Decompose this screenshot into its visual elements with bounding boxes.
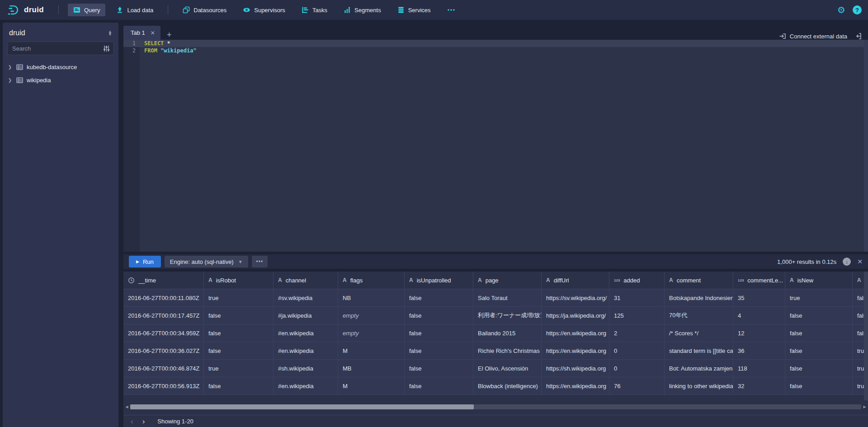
tree-item-wikipedia[interactable]: ❯wikipedia bbox=[3, 74, 118, 87]
table-cell[interactable]: false bbox=[785, 377, 853, 394]
table-cell[interactable]: /* Scores */ bbox=[665, 324, 733, 342]
nav-item-services[interactable]: Services bbox=[392, 4, 436, 16]
table-cell[interactable]: 32 bbox=[733, 377, 785, 394]
table-cell[interactable]: false bbox=[405, 307, 473, 324]
table-cell[interactable]: 2 bbox=[609, 324, 665, 342]
table-cell[interactable]: linking to other wikipedia bbox=[665, 377, 733, 394]
table-cell[interactable]: false bbox=[405, 289, 473, 306]
table-cell[interactable]: false bbox=[785, 342, 853, 359]
table-cell[interactable]: https://en.wikipedia.org bbox=[542, 342, 609, 359]
connect-external-data-button[interactable]: Connect external data bbox=[779, 33, 847, 40]
nav-item-segments[interactable]: Segments bbox=[338, 4, 387, 16]
table-cell[interactable]: https://sh.wikipedia.org bbox=[542, 360, 609, 377]
table-cell[interactable]: false bbox=[405, 324, 473, 342]
table-cell[interactable]: false bbox=[785, 307, 853, 324]
nav-item-more[interactable] bbox=[442, 4, 461, 16]
table-cell[interactable]: true bbox=[204, 360, 274, 377]
table-cell[interactable]: Blowback (intelligence) bbox=[473, 377, 542, 394]
engine-select-button[interactable]: Engine: auto (sql-native) ▼ bbox=[165, 256, 248, 267]
table-cell[interactable]: false bbox=[204, 307, 274, 324]
table-cell[interactable]: #sh.wikipedia bbox=[274, 360, 338, 377]
table-cell[interactable]: 0 bbox=[609, 342, 665, 359]
table-cell[interactable]: 2016-06-27T00:00:56.913Z bbox=[123, 377, 204, 394]
tab-close-icon[interactable]: ✕ bbox=[151, 30, 155, 36]
sql-editor[interactable]: 12 SELECT *FROM "wikipedia" bbox=[123, 40, 868, 252]
table-cell[interactable]: Richie Rich's Christmas W bbox=[473, 342, 542, 359]
table-cell[interactable]: #sv.wikipedia bbox=[274, 289, 338, 306]
column-header-channel[interactable]: Achannel bbox=[274, 272, 338, 289]
table-cell[interactable]: 12 bbox=[733, 324, 785, 342]
horizontal-scroll-track[interactable] bbox=[130, 404, 861, 409]
table-cell[interactable]: https://en.wikipedia.org bbox=[542, 377, 609, 394]
table-cell[interactable]: 2016-06-27T00:00:17.457Z bbox=[123, 307, 204, 324]
table-cell[interactable]: false bbox=[785, 360, 853, 377]
table-cell[interactable]: 4 bbox=[733, 307, 785, 324]
table-cell[interactable]: 2016-06-27T00:00:46.874Z bbox=[123, 360, 204, 377]
table-cell[interactable]: https://en.wikipedia.org bbox=[542, 324, 609, 342]
table-cell[interactable]: true bbox=[204, 289, 274, 306]
table-cell[interactable]: MB bbox=[338, 360, 405, 377]
settings-gear-icon[interactable]: ⚙ bbox=[837, 5, 845, 14]
table-cell[interactable]: empty bbox=[338, 307, 405, 324]
table-cell[interactable]: https://ja.wikipedia.org/ bbox=[542, 307, 609, 324]
table-cell[interactable]: Bailando 2015 bbox=[473, 324, 542, 342]
column-header-isNew[interactable]: AisNew bbox=[785, 272, 853, 289]
code-line[interactable]: FROM "wikipedia" bbox=[140, 47, 864, 54]
results-vertical-scrollbar[interactable] bbox=[864, 272, 868, 400]
table-cell[interactable]: false bbox=[204, 324, 274, 342]
nav-item-load-data[interactable]: Load data bbox=[111, 4, 159, 16]
table-cell[interactable]: empty bbox=[338, 324, 405, 342]
druid-logo[interactable]: druid bbox=[6, 3, 44, 17]
table-cell[interactable]: 2016-06-27T00:00:11.080Z bbox=[123, 289, 204, 306]
table-cell[interactable]: #ja.wikipedia bbox=[274, 307, 338, 324]
column-header-commentLe...[interactable]: 123commentLe... bbox=[733, 272, 785, 289]
column-header-comment[interactable]: Acomment bbox=[665, 272, 733, 289]
table-cell[interactable]: #en.wikipedia bbox=[274, 377, 338, 394]
table-cell[interactable]: 70年代 bbox=[665, 307, 733, 324]
help-icon[interactable]: ? bbox=[853, 5, 862, 14]
horizontal-scroll-thumb[interactable] bbox=[130, 404, 474, 409]
table-cell[interactable]: #en.wikipedia bbox=[274, 342, 338, 359]
code-line[interactable]: SELECT * bbox=[140, 40, 864, 47]
editor-code-area[interactable]: SELECT *FROM "wikipedia" bbox=[140, 40, 864, 252]
column-header-diffUrl[interactable]: AdiffUrl bbox=[542, 272, 609, 289]
column-header-page[interactable]: Apage bbox=[473, 272, 542, 289]
table-cell[interactable]: NB bbox=[338, 289, 405, 306]
new-tab-button[interactable]: + bbox=[160, 30, 178, 40]
table-cell[interactable]: https://sv.wikipedia.org/ bbox=[542, 289, 609, 306]
sort-caret-icon[interactable]: ▲▼ bbox=[108, 30, 112, 36]
close-results-icon[interactable]: ✕ bbox=[857, 258, 863, 265]
nav-item-tasks[interactable]: Tasks bbox=[296, 4, 333, 16]
scroll-left-arrow-icon[interactable]: ◀ bbox=[123, 404, 130, 410]
table-cell[interactable]: false bbox=[204, 377, 274, 394]
table-cell[interactable]: 36 bbox=[733, 342, 785, 359]
table-cell[interactable]: Salo Toraut bbox=[473, 289, 542, 306]
table-cell[interactable]: false bbox=[405, 377, 473, 394]
table-cell[interactable]: true bbox=[785, 289, 853, 306]
nav-item-query[interactable]: Query bbox=[68, 4, 105, 16]
download-results-icon[interactable]: ↓ bbox=[843, 258, 851, 266]
table-cell[interactable]: Bot: Automatska zamjen bbox=[665, 360, 733, 377]
table-cell[interactable]: M bbox=[338, 342, 405, 359]
chevron-right-icon[interactable]: ❯ bbox=[7, 65, 13, 70]
next-page-button[interactable]: › bbox=[138, 418, 150, 425]
table-cell[interactable]: false bbox=[405, 360, 473, 377]
table-cell[interactable]: standard term is [[title ca bbox=[665, 342, 733, 359]
table-cell[interactable]: 35 bbox=[733, 289, 785, 306]
search-input[interactable] bbox=[8, 45, 99, 52]
table-cell[interactable]: 125 bbox=[609, 307, 665, 324]
run-button[interactable]: ▶ Run bbox=[129, 256, 161, 267]
column-header-isUnpatrolled[interactable]: AisUnpatrolled bbox=[405, 272, 473, 289]
table-cell[interactable]: 2016-06-27T00:00:36.027Z bbox=[123, 342, 204, 359]
tree-item-kubedb-datasource[interactable]: ❯kubedb-datasource bbox=[3, 61, 118, 74]
table-cell[interactable]: false bbox=[405, 342, 473, 359]
table-cell[interactable]: #en.wikipedia bbox=[274, 324, 338, 342]
collapse-panel-icon[interactable] bbox=[854, 33, 862, 40]
nav-item-supervisors[interactable]: Supervisors bbox=[237, 4, 291, 16]
column-header-flags[interactable]: Aflags bbox=[338, 272, 405, 289]
tab-tab1[interactable]: Tab 1 ✕ bbox=[123, 26, 160, 40]
table-cell[interactable]: 118 bbox=[733, 360, 785, 377]
table-cell[interactable]: false bbox=[204, 342, 274, 359]
column-header-__time[interactable]: __time bbox=[123, 272, 204, 289]
nav-item-datasources[interactable]: Datasources bbox=[177, 4, 232, 16]
